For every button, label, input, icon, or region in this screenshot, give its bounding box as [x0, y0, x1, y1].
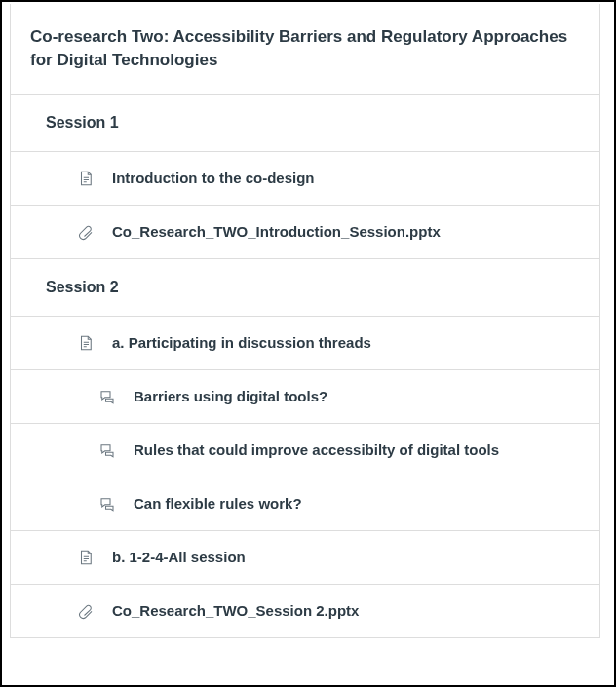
module-header[interactable]: Co-research Two: Accessibility Barriers …	[11, 4, 599, 95]
module-item[interactable]: b. 1-2-4-All session	[11, 531, 599, 585]
page-icon	[77, 334, 95, 352]
module-item[interactable]: Introduction to the co-design	[11, 152, 599, 206]
session-header[interactable]: Session 2	[11, 259, 599, 317]
module-item[interactable]: Co_Research_TWO_Introduction_Session.ppt…	[11, 206, 599, 259]
item-label: Can flexible rules work?	[134, 495, 302, 512]
module-item[interactable]: Barriers using digital tools?	[11, 370, 599, 424]
module-item[interactable]: Co_Research_TWO_Session 2.pptx	[11, 585, 599, 638]
page-icon	[77, 549, 95, 566]
attachment-icon	[77, 223, 95, 241]
session-title: Session 2	[46, 279, 119, 296]
attachment-icon	[77, 602, 95, 620]
session-header[interactable]: Session 1	[11, 95, 599, 152]
item-label: Introduction to the co-design	[112, 170, 314, 186]
module-title: Co-research Two: Accessibility Barriers …	[30, 25, 580, 72]
module-item[interactable]: Can flexible rules work?	[11, 477, 599, 531]
item-label: b. 1-2-4-All session	[112, 549, 246, 565]
discussion-icon	[98, 495, 116, 513]
item-label: Rules that could improve accessibilty of…	[134, 441, 499, 458]
session-title: Session 1	[46, 114, 119, 132]
item-label: a. Participating in discussion threads	[112, 334, 371, 351]
module-item[interactable]: Rules that could improve accessibilty of…	[11, 424, 599, 477]
page-icon	[77, 170, 95, 187]
module-item[interactable]: a. Participating in discussion threads	[11, 317, 599, 370]
item-label: Co_Research_TWO_Introduction_Session.ppt…	[112, 223, 441, 240]
item-label: Barriers using digital tools?	[134, 388, 327, 404]
discussion-icon	[98, 441, 116, 459]
item-label: Co_Research_TWO_Session 2.pptx	[112, 602, 359, 619]
discussion-icon	[98, 388, 116, 405]
course-module-panel: Co-research Two: Accessibility Barriers …	[2, 2, 614, 685]
